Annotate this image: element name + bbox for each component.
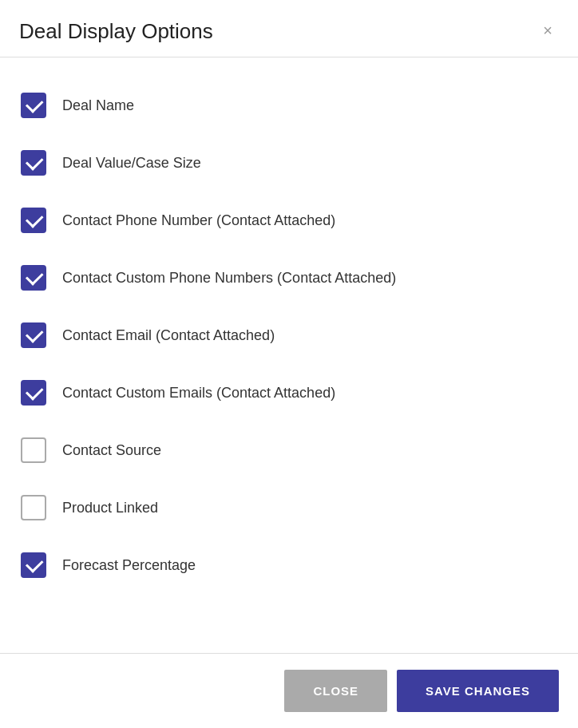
- checkbox-contact-source[interactable]: [21, 437, 46, 463]
- checkbox-item-forecast-percentage: Forecast Percentage: [19, 536, 559, 594]
- checkbox-container-contact-custom-emails: [19, 378, 48, 407]
- checkbox-label-contact-custom-emails: Contact Custom Emails (Contact Attached): [62, 385, 335, 402]
- checkbox-container-forecast-percentage: [19, 551, 48, 580]
- checkbox-label-forecast-percentage: Forecast Percentage: [62, 557, 196, 574]
- checkbox-item-contact-email: Contact Email (Contact Attached): [19, 307, 559, 364]
- checkbox-label-contact-phone: Contact Phone Number (Contact Attached): [62, 212, 335, 229]
- checkbox-item-contact-source: Contact Source: [19, 421, 559, 479]
- checkbox-container-deal-value: [19, 148, 48, 177]
- checkbox-container-product-linked: [19, 493, 48, 522]
- modal-footer: CLOSE SAVE CHANGES: [0, 654, 578, 728]
- modal-title: Deal Display Options: [19, 19, 213, 44]
- checkbox-label-contact-email: Contact Email (Contact Attached): [62, 327, 275, 344]
- checkbox-contact-custom-emails[interactable]: [21, 380, 46, 406]
- checkbox-item-contact-phone: Contact Phone Number (Contact Attached): [19, 192, 559, 249]
- checkbox-item-contact-custom-phone: Contact Custom Phone Numbers (Contact At…: [19, 249, 559, 307]
- checkbox-item-product-linked: Product Linked: [19, 479, 559, 536]
- modal-body: Deal NameDeal Value/Case SizeContact Pho…: [0, 64, 578, 653]
- checkbox-label-product-linked: Product Linked: [62, 500, 158, 516]
- checkbox-container-contact-source: [19, 436, 48, 465]
- modal-header: Deal Display Options ×: [0, 0, 578, 57]
- close-x-button[interactable]: ×: [536, 19, 559, 42]
- modal-container: Deal Display Options × Deal NameDeal Val…: [0, 0, 578, 728]
- checkbox-label-contact-custom-phone: Contact Custom Phone Numbers (Contact At…: [62, 270, 396, 287]
- checkbox-contact-phone[interactable]: [21, 208, 46, 233]
- header-divider: [0, 57, 578, 57]
- checkbox-container-deal-name: [19, 91, 48, 120]
- checkbox-deal-name[interactable]: [21, 93, 46, 118]
- checkbox-label-deal-value: Deal Value/Case Size: [62, 155, 201, 172]
- checkbox-product-linked[interactable]: [21, 495, 46, 520]
- checkbox-forecast-percentage[interactable]: [21, 552, 46, 578]
- checkbox-label-deal-name: Deal Name: [62, 97, 134, 114]
- checkbox-contact-email[interactable]: [21, 322, 46, 348]
- checkbox-container-contact-email: [19, 321, 48, 350]
- checkbox-deal-value[interactable]: [21, 150, 46, 176]
- close-button[interactable]: CLOSE: [284, 670, 387, 712]
- checkbox-item-deal-value: Deal Value/Case Size: [19, 134, 559, 192]
- checkbox-container-contact-phone: [19, 206, 48, 235]
- checkbox-item-contact-custom-emails: Contact Custom Emails (Contact Attached): [19, 364, 559, 421]
- checkbox-contact-custom-phone[interactable]: [21, 265, 46, 291]
- checkbox-container-contact-custom-phone: [19, 263, 48, 292]
- save-changes-button[interactable]: SAVE CHANGES: [397, 670, 559, 712]
- checkbox-item-deal-name: Deal Name: [19, 77, 559, 134]
- checkbox-label-contact-source: Contact Source: [62, 442, 161, 459]
